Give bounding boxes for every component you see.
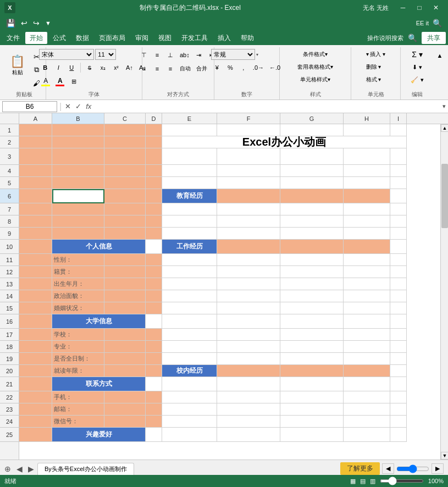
cell-C2[interactable]: [104, 136, 146, 148]
select-all-corner[interactable]: [0, 113, 19, 124]
view-page-break-btn[interactable]: ▥: [370, 478, 375, 485]
add-sheet-btn[interactable]: ⊕: [2, 463, 13, 474]
cell-F20[interactable]: [217, 365, 280, 377]
cell-G12[interactable]: [280, 266, 344, 278]
cell-B23-email[interactable]: 邮箱：: [52, 403, 104, 416]
cell-B3[interactable]: [52, 148, 104, 165]
cell-E13[interactable]: [162, 278, 217, 290]
menu-view[interactable]: 视图: [154, 32, 176, 44]
cell-I23[interactable]: [390, 403, 407, 416]
row-21[interactable]: 21: [0, 377, 19, 391]
cell-D16[interactable]: [146, 314, 162, 329]
cell-E12[interactable]: [162, 266, 217, 278]
cell-G7[interactable]: [280, 203, 344, 215]
cell-C7[interactable]: [104, 203, 146, 215]
cell-A13[interactable]: [19, 278, 52, 290]
cell-A19[interactable]: [19, 353, 52, 365]
col-header-A[interactable]: A: [19, 113, 52, 124]
format-cells-btn[interactable]: 格式 ▾: [364, 74, 388, 86]
cell-D20[interactable]: [146, 365, 162, 377]
row-2[interactable]: 2: [0, 136, 19, 148]
italic-btn[interactable]: I: [52, 62, 64, 74]
bold-btn[interactable]: B: [39, 62, 51, 74]
cell-H18[interactable]: [344, 341, 390, 353]
clear-btn[interactable]: 🧹 ▾: [408, 74, 425, 86]
cell-C24[interactable]: [104, 416, 146, 428]
row-22[interactable]: 22: [0, 391, 19, 403]
cell-I17[interactable]: [390, 329, 407, 341]
cell-A23[interactable]: [19, 403, 52, 416]
row-11[interactable]: 11: [0, 254, 19, 266]
cell-H20[interactable]: [344, 365, 390, 377]
row-13[interactable]: 13: [0, 278, 19, 290]
row-23[interactable]: 23: [0, 403, 19, 416]
cell-E14[interactable]: [162, 290, 217, 302]
formula-cancel-icon[interactable]: ✕: [64, 102, 72, 110]
cell-D21[interactable]: [146, 377, 162, 391]
cell-H14[interactable]: [344, 290, 390, 302]
cell-D22[interactable]: [146, 391, 162, 403]
row-18[interactable]: 18: [0, 341, 19, 353]
cell-I19[interactable]: [390, 353, 407, 365]
cell-I4[interactable]: [390, 165, 407, 177]
cell-C19[interactable]: [104, 353, 146, 365]
ribbon-collapse-btn[interactable]: ▲: [434, 49, 446, 62]
cell-G18[interactable]: [280, 341, 344, 353]
formula-input[interactable]: [95, 101, 440, 112]
cell-C15[interactable]: [104, 302, 146, 314]
fill-color-btn[interactable]: A: [39, 75, 52, 87]
fill-btn[interactable]: ⬇ ▾: [408, 61, 425, 73]
font-name-select[interactable]: 宋体: [39, 49, 94, 60]
cell-F12[interactable]: [217, 266, 280, 278]
cell-B7[interactable]: [52, 203, 104, 215]
cell-C11[interactable]: [104, 254, 146, 266]
cell-I6[interactable]: [390, 189, 407, 203]
cell-I15[interactable]: [390, 302, 407, 314]
comma-btn[interactable]: ,: [237, 62, 250, 74]
cell-B1[interactable]: [52, 124, 104, 136]
conditional-format-btn[interactable]: 条件格式▾: [295, 48, 335, 60]
align-bottom-btn[interactable]: ⊥: [164, 49, 176, 61]
cell-E17[interactable]: [162, 329, 217, 341]
cell-E4[interactable]: [162, 165, 217, 177]
cell-A3[interactable]: [19, 148, 52, 165]
cell-F1[interactable]: [217, 124, 280, 136]
cell-G11[interactable]: [280, 254, 344, 266]
cell-H12[interactable]: [344, 266, 390, 278]
cell-A2[interactable]: [19, 136, 52, 148]
cell-G25[interactable]: [280, 428, 344, 442]
indent-increase-btn[interactable]: ⇥: [193, 49, 205, 61]
cell-E19[interactable]: [162, 353, 217, 365]
scroll-thumb[interactable]: [441, 164, 448, 228]
cell-C5[interactable]: [104, 177, 146, 189]
cell-H23[interactable]: [344, 403, 390, 416]
formula-fx-icon[interactable]: fx: [85, 102, 92, 110]
cell-F21[interactable]: [217, 377, 280, 391]
cell-H3[interactable]: [344, 148, 390, 165]
cell-F14[interactable]: [217, 290, 280, 302]
cell-A11[interactable]: [19, 254, 52, 266]
cell-H10[interactable]: [344, 240, 390, 254]
cell-F11[interactable]: [217, 254, 280, 266]
wrap-text-btn[interactable]: 自动: [178, 63, 193, 75]
formula-expand-btn[interactable]: ▾: [443, 103, 446, 110]
sum-btn[interactable]: Σ ▾: [408, 48, 425, 60]
scroll-track[interactable]: [441, 132, 448, 452]
cell-G8[interactable]: [280, 215, 344, 228]
cell-B8[interactable]: [52, 215, 104, 228]
row-25[interactable]: 25: [0, 428, 19, 442]
cell-F3[interactable]: [217, 148, 280, 165]
cell-G23[interactable]: [280, 403, 344, 416]
col-header-C[interactable]: C: [104, 113, 146, 124]
cell-G16[interactable]: [280, 314, 344, 329]
cell-E2-title[interactable]: Excel办公小动画: [162, 136, 407, 148]
cell-H7[interactable]: [344, 203, 390, 215]
cell-H17[interactable]: [344, 329, 390, 341]
cell-A18[interactable]: [19, 341, 52, 353]
cell-G1[interactable]: [280, 124, 344, 136]
cell-B25-hobby[interactable]: 兴趣爱好: [52, 428, 146, 442]
menu-file[interactable]: 文件: [2, 32, 24, 44]
cell-F8[interactable]: [217, 215, 280, 228]
cell-E22[interactable]: [162, 391, 217, 403]
cell-B2[interactable]: [52, 136, 104, 148]
